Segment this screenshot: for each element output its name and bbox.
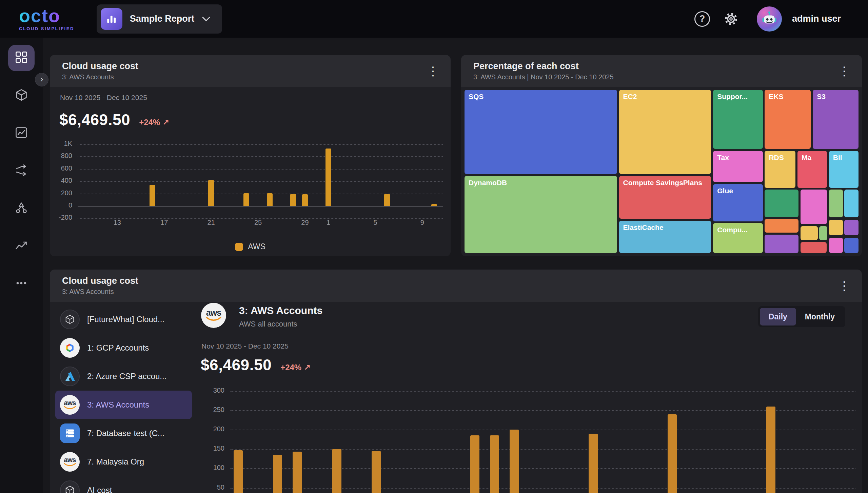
gridline [230,488,855,489]
treemap-tile[interactable] [844,238,859,253]
treemap-tile-elasticache[interactable]: ElastiCache [619,221,711,253]
bar-nov-17[interactable] [372,451,381,493]
kebab-menu-icon[interactable] [838,280,850,292]
treemap-tile-suppor-[interactable]: Suppor... [713,90,763,149]
treemap-tile[interactable] [801,190,827,224]
treemap-tile[interactable] [765,235,798,253]
sidebar-item-analytics[interactable] [8,233,35,259]
kebab-menu-icon[interactable] [427,65,439,77]
bar-nov-16[interactable] [150,185,155,206]
bar-dec-2[interactable] [668,414,677,493]
treemap-tile[interactable] [819,226,827,240]
settings-gear-icon[interactable] [723,11,739,27]
treemap-tile-sqs[interactable]: SQS [465,90,617,174]
treemap-tile-rds[interactable]: RDS [765,151,795,188]
aws-logo: aws [60,395,80,415]
treemap-tile-ec2[interactable]: EC2 [619,90,711,174]
hierarchy-icon [15,201,28,216]
treemap-tile-label: ElastiCache [623,223,664,231]
gridline [78,144,443,145]
treemap-tile-eks[interactable]: EKS [765,90,811,149]
account-list-item[interactable]: aws3: AWS Accounts [55,391,192,419]
account-list-item[interactable]: [FutureWhat] Cloud... [55,305,192,334]
treemap-tile-glue[interactable]: Glue [713,184,763,221]
treemap-tile[interactable] [829,220,843,235]
sidebar-item-resources[interactable] [8,82,35,109]
chart-legend: AWS [50,242,451,251]
treemap-tile-compu-[interactable]: Compu... [713,223,763,253]
treemap-tile[interactable] [829,190,843,217]
report-selector[interactable]: Sample Report [97,4,222,34]
bar-nov-28[interactable] [589,434,598,493]
treemap-tile-dynamodb[interactable]: DynamoDB [465,176,617,253]
gridline [78,169,443,170]
bar-nov-12[interactable] [273,455,282,493]
sidebar-nav [0,38,43,493]
total-amount-row: $6,469.50 +24% ↗ [201,356,311,374]
gridline [230,449,855,450]
account-list-item[interactable]: AI cost [55,476,192,493]
bar-nov-10[interactable] [234,450,243,493]
account-list-item[interactable]: 7: Database-test (C... [55,419,192,448]
sidebar-item-hierarchy[interactable] [8,195,35,222]
treemap-tile[interactable] [801,226,818,240]
treemap-tile[interactable] [801,242,827,253]
main-content: Cloud usage cost 3: AWS Accounts Nov 10 … [43,38,868,493]
treemap-tile-label: EC2 [623,93,637,100]
y-axis-label: 300 [213,387,224,394]
dashboard-icon [15,51,28,65]
treemap-tile-compute-savingsplans[interactable]: Compute SavingsPlans [619,176,711,219]
treemap-tile[interactable] [765,190,798,217]
bar-nov-24[interactable] [243,193,249,206]
bar-nov-21[interactable] [208,180,214,206]
y-axis-label: 50 [217,484,224,491]
delta-badge: +24% ↗ [280,363,311,372]
y-axis-label: 1K [64,140,72,147]
bar-nov-15[interactable] [332,449,341,493]
sidebar-item-reports[interactable] [8,120,35,146]
total-amount: $6,469.50 [201,356,272,374]
account-list-item[interactable]: aws7. Malaysia Org [55,448,192,476]
sidebar-expand-button[interactable] [35,73,48,86]
bar-nov-13[interactable] [293,452,302,493]
kebab-menu-icon[interactable] [838,65,850,77]
toggle-monthly[interactable]: Monthly [796,308,844,326]
x-axis-label: 9 [420,219,424,226]
selected-account-description: AWS all accounts [239,320,297,329]
treemap-tile[interactable] [844,190,859,217]
bar-nov-23[interactable] [490,435,499,493]
sidebar-item-dashboard[interactable] [8,45,35,71]
bar-nov-28[interactable] [290,194,296,206]
card-header: Cloud usage cost 3: AWS Accounts [50,270,862,302]
bar-nov-24[interactable] [510,430,519,493]
sidebar-item-transfer[interactable] [8,158,35,184]
bar-dec-10[interactable] [431,204,437,206]
user-avatar[interactable] [757,6,782,32]
treemap-tile[interactable] [844,220,859,235]
account-list-item[interactable]: 2: Azure CSP accou... [55,362,192,391]
account-label: AI cost [87,486,112,493]
treemap-tile[interactable] [765,219,798,233]
y-axis-label: 0 [68,201,72,209]
bar-nov-22[interactable] [470,435,479,493]
treemap-tile-tax[interactable]: Tax [713,151,763,182]
account-list-item[interactable]: 1: GCP Accounts [55,334,192,362]
bar-dec-7[interactable] [766,407,775,493]
treemap-tile-bil[interactable]: Bil [829,151,859,188]
transfer-icon [15,163,28,178]
account-label: 7. Malaysia Org [87,457,144,467]
treemap-tile-s3[interactable]: S3 [813,90,859,149]
legend-swatch-aws [235,243,243,251]
bar-nov-29[interactable] [302,194,308,206]
treemap-tile[interactable] [829,238,843,253]
toggle-daily[interactable]: Daily [760,308,796,326]
azure-logo [60,367,80,386]
help-icon[interactable] [694,11,710,27]
sidebar-item-more[interactable] [8,271,35,297]
bar-dec-1[interactable] [326,149,331,206]
bar-nov-26[interactable] [267,193,273,206]
treemap-tile-ma[interactable]: Ma [797,151,827,188]
app-logo[interactable]: octo CLOUD SIMPLIFIED [19,6,74,31]
treemap-tile-label: Compu... [717,226,748,234]
bar-dec-6[interactable] [384,194,390,206]
